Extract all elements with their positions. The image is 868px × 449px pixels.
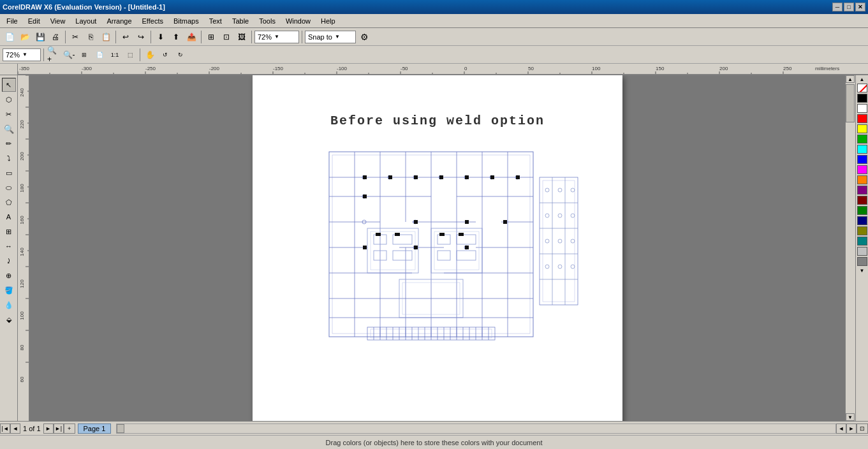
redo-button[interactable]: ↪ bbox=[134, 30, 148, 44]
color-swatch-blue[interactable] bbox=[857, 155, 867, 164]
scroll-thumb[interactable] bbox=[846, 84, 855, 122]
blend-tool[interactable]: ⊕ bbox=[2, 269, 16, 283]
zoom-level-box[interactable]: 72% ▼ bbox=[3, 48, 41, 61]
palette-up-arrow[interactable]: ▲ bbox=[857, 75, 867, 83]
paste-button[interactable]: 📋 bbox=[99, 30, 113, 44]
menu-tools[interactable]: Tools bbox=[254, 16, 281, 26]
page-tab-1[interactable]: Page 1 bbox=[78, 423, 112, 434]
svg-point-153 bbox=[571, 265, 575, 269]
export-button[interactable]: ⬆ bbox=[169, 30, 183, 44]
svg-point-151 bbox=[545, 265, 549, 269]
zoom-dropdown[interactable]: 72% ▼ bbox=[254, 31, 299, 43]
connector-tool[interactable]: ⤸ bbox=[2, 254, 16, 268]
v-scrollbar[interactable]: ▲ ▼ bbox=[845, 75, 855, 421]
palette-down-arrow[interactable]: ▼ bbox=[857, 267, 867, 274]
position-button[interactable]: ⊡ bbox=[219, 30, 233, 44]
close-button[interactable]: ✕ bbox=[855, 3, 865, 11]
copy-button[interactable]: ⎘ bbox=[84, 30, 98, 44]
crop-tool[interactable]: ✂ bbox=[2, 107, 16, 121]
cut-button[interactable]: ✂ bbox=[68, 30, 82, 44]
menu-bitmaps[interactable]: Bitmaps bbox=[168, 16, 204, 26]
interactive-fill-tool[interactable]: ⬙ bbox=[2, 313, 16, 327]
h-scroll-thumb[interactable] bbox=[117, 424, 124, 433]
svg-rect-116 bbox=[363, 175, 367, 179]
color-swatch-magenta[interactable] bbox=[857, 165, 867, 174]
scroll-down-button[interactable]: ▼ bbox=[846, 413, 855, 421]
color-swatch-white[interactable] bbox=[857, 104, 867, 113]
color-swatch-red[interactable] bbox=[857, 114, 867, 123]
color-swatch-darkred[interactable] bbox=[857, 196, 867, 205]
import-button[interactable]: ⬇ bbox=[154, 30, 168, 44]
zoom-out-button[interactable]: 🔍- bbox=[62, 48, 76, 62]
new-button[interactable]: 📄 bbox=[3, 30, 17, 44]
publish-button[interactable]: 📤 bbox=[184, 30, 198, 44]
zoom-actual-button[interactable]: 1:1 bbox=[108, 48, 122, 62]
scroll-up-button[interactable]: ▲ bbox=[846, 75, 855, 83]
menu-arrange[interactable]: Arrange bbox=[101, 16, 136, 26]
menu-layout[interactable]: Layout bbox=[70, 16, 101, 26]
no-color-swatch[interactable] bbox=[857, 84, 867, 92]
menu-window[interactable]: Window bbox=[281, 16, 316, 26]
color-swatch-silver[interactable] bbox=[857, 247, 867, 256]
dimension-tool[interactable]: ↔ bbox=[2, 239, 16, 253]
menu-effects[interactable]: Effects bbox=[137, 16, 168, 26]
color-swatch-black[interactable] bbox=[857, 94, 867, 103]
redraw-button[interactable]: ↻ bbox=[173, 48, 188, 62]
zoom-fit-button[interactable]: ⊞ bbox=[77, 48, 91, 62]
polygon-tool[interactable]: ⬠ bbox=[2, 195, 16, 209]
menu-text[interactable]: Text bbox=[204, 16, 227, 26]
freehand-tool[interactable]: ✏ bbox=[2, 136, 16, 151]
text-tool[interactable]: A bbox=[2, 210, 16, 224]
color-swatch-cyan[interactable] bbox=[857, 145, 867, 154]
color-swatch-orange[interactable] bbox=[857, 175, 867, 184]
color-swatch-green[interactable] bbox=[857, 135, 867, 144]
h-scroll-left[interactable]: ◄ bbox=[836, 423, 846, 434]
undo-button[interactable]: ↩ bbox=[119, 30, 133, 44]
menu-view[interactable]: View bbox=[45, 16, 71, 26]
open-button[interactable]: 📂 bbox=[18, 30, 32, 44]
page-first-button[interactable]: |◄ bbox=[0, 423, 10, 434]
h-scroll-right[interactable]: ► bbox=[846, 423, 857, 434]
zoom-tool[interactable]: 🔍 bbox=[2, 122, 16, 136]
color-swatch-yellow[interactable] bbox=[857, 124, 867, 133]
smart-draw-tool[interactable]: ⤵ bbox=[2, 151, 16, 165]
transform-button[interactable]: ⊞ bbox=[204, 30, 218, 44]
view-options-button[interactable]: 🖼 bbox=[235, 30, 249, 44]
menu-edit[interactable]: Edit bbox=[23, 16, 45, 26]
color-swatch-purple[interactable] bbox=[857, 186, 867, 195]
color-swatch-darkgreen[interactable] bbox=[857, 206, 867, 215]
shape-tool[interactable]: ⬡ bbox=[2, 92, 16, 107]
zoom-page-button[interactable]: 📄 bbox=[92, 48, 107, 62]
menu-help[interactable]: Help bbox=[316, 16, 341, 26]
menu-table[interactable]: Table bbox=[227, 16, 254, 26]
page-next-button[interactable]: ► bbox=[43, 423, 54, 434]
zoom-in-button[interactable]: 🔍+ bbox=[47, 48, 61, 62]
pan-button[interactable]: ✋ bbox=[143, 48, 157, 62]
save-button[interactable]: 💾 bbox=[33, 30, 47, 44]
minimize-button[interactable]: ─ bbox=[832, 3, 842, 11]
h-scrollbar[interactable] bbox=[116, 423, 836, 434]
maximize-button[interactable]: □ bbox=[844, 3, 854, 11]
rotate-button[interactable]: ↺ bbox=[158, 48, 172, 62]
zoom-select-button[interactable]: ⬚ bbox=[123, 48, 137, 62]
ellipse-tool[interactable]: ⬭ bbox=[2, 180, 16, 195]
rectangle-tool[interactable]: ▭ bbox=[2, 166, 16, 180]
color-swatch-gray[interactable] bbox=[857, 257, 867, 266]
select-tool[interactable]: ↖ bbox=[2, 78, 16, 92]
add-page-button[interactable]: + bbox=[64, 423, 75, 434]
canvas-area[interactable]: Before using weld option bbox=[29, 75, 855, 421]
snap-settings-button[interactable]: ⚙ bbox=[357, 30, 371, 44]
fill-tool[interactable]: 🪣 bbox=[2, 283, 16, 297]
eyedropper-tool[interactable]: 💧 bbox=[2, 298, 16, 312]
print-button[interactable]: 🖨 bbox=[48, 30, 63, 44]
table-tool[interactable]: ⊞ bbox=[2, 224, 16, 239]
color-swatch-teal[interactable] bbox=[857, 237, 867, 246]
page-prev-button[interactable]: ◄ bbox=[10, 423, 20, 434]
snap-to-dropdown[interactable]: Snap to ▼ bbox=[305, 31, 356, 43]
page-last-button[interactable]: ►| bbox=[54, 423, 64, 434]
color-swatch-olive[interactable] bbox=[857, 226, 867, 235]
zoom-page-fit[interactable]: ⊡ bbox=[857, 423, 868, 434]
svg-text:120: 120 bbox=[19, 279, 25, 288]
menu-file[interactable]: File bbox=[1, 16, 23, 26]
color-swatch-darkblue[interactable] bbox=[857, 216, 867, 225]
